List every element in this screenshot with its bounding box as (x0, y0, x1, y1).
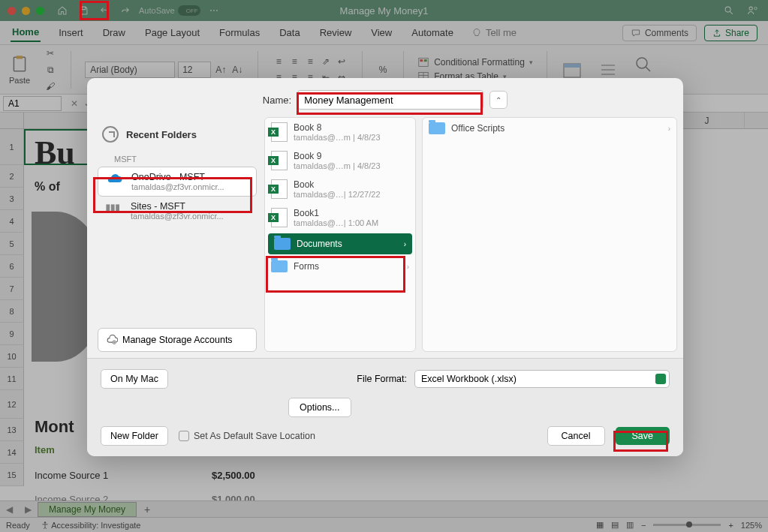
tell-me[interactable]: Tell me (471, 27, 517, 38)
file-format-select[interactable]: Excel Workbook (.xlsx) (414, 370, 670, 388)
save-button[interactable]: Save (616, 427, 670, 445)
tab-insert[interactable]: Insert (57, 24, 85, 41)
zoom-window-icon[interactable] (36, 7, 44, 15)
increase-font-icon[interactable]: A↑ (214, 63, 227, 77)
row-12[interactable]: 12 (0, 390, 24, 419)
default-location-checkbox[interactable]: Set As Default Save Location (179, 431, 315, 441)
row-3[interactable]: 3 (0, 188, 24, 210)
location-onedrive[interactable]: OneDrive - MSFT tamaldas@zf3vr.onmicr... (98, 167, 257, 197)
tab-formulas[interactable]: Formulas (218, 24, 261, 41)
file-item[interactable]: Book 9tamaldas@…m | 4/8/23 (265, 146, 415, 175)
row-9[interactable]: 9 (0, 323, 24, 345)
conditional-formatting-button[interactable]: Conditional Formatting ▾ (417, 57, 533, 68)
expand-dialog-icon[interactable]: ⌃ (489, 91, 507, 109)
row-15[interactable]: 15 (0, 464, 24, 486)
svg-point-12 (44, 521, 46, 523)
paste-group[interactable]: Paste (9, 54, 30, 85)
svg-point-0 (725, 7, 730, 12)
search-icon[interactable] (721, 3, 736, 18)
tab-page-layout[interactable]: Page Layout (143, 24, 201, 41)
minimize-window-icon[interactable] (22, 7, 30, 15)
checkbox-icon (179, 431, 189, 441)
file-item[interactable]: Book 8tamaldas@…m | 4/8/23 (265, 118, 415, 146)
row-8[interactable]: 8 (0, 300, 24, 323)
zoom-level[interactable]: 125% (741, 521, 762, 530)
comments-button[interactable]: Comments (622, 25, 697, 41)
tab-review[interactable]: Review (318, 24, 354, 41)
file-item[interactable]: Book1tamaldas@…| 1:00 AM (265, 203, 415, 232)
copy-icon[interactable]: ⧉ (44, 63, 57, 77)
view-normal-icon[interactable]: ▦ (596, 520, 604, 530)
recent-folders[interactable]: Recent Folders (98, 120, 257, 149)
new-folder-button[interactable]: New Folder (101, 426, 168, 446)
default-location-label: Set As Default Save Location (194, 431, 315, 441)
align-middle-icon[interactable]: ≡ (288, 55, 301, 68)
view-page-break-icon[interactable]: ▥ (626, 520, 634, 530)
manage-storage-label: Manage Storage Accounts (122, 335, 233, 345)
pct-label: % of (35, 180, 60, 194)
row-11[interactable]: 11 (0, 368, 24, 390)
location-sites[interactable]: Sites - MSFT tamaldas@zf3vr.onmicr... (98, 197, 257, 225)
save-icon[interactable] (76, 3, 91, 18)
cancel-formula-icon[interactable]: ✕ (71, 98, 78, 109)
add-sheet-icon[interactable]: + (137, 503, 158, 515)
folder-forms[interactable]: Forms › (265, 256, 415, 277)
wrap-icon[interactable]: ↩ (335, 55, 348, 68)
row-5[interactable]: 5 (0, 233, 24, 255)
row-6[interactable]: 6 (0, 255, 24, 278)
row-1[interactable]: 1 (0, 129, 24, 165)
zoom-slider[interactable] (653, 524, 721, 526)
row-4[interactable]: 4 (0, 210, 24, 233)
name-box[interactable]: A1 (3, 96, 62, 111)
close-window-icon[interactable] (8, 7, 16, 15)
align-bottom-icon[interactable]: ≡ (303, 55, 317, 68)
zoom-in-icon[interactable]: + (728, 521, 733, 530)
manage-storage-button[interactable]: Manage Storage Accounts (98, 328, 257, 352)
row-7[interactable]: 7 (0, 278, 24, 300)
filename-input[interactable] (297, 90, 483, 110)
row-13[interactable]: 13 (0, 419, 24, 441)
folder-documents[interactable]: Documents › (268, 233, 412, 254)
sheet-nav-prev-icon[interactable]: ◀ (0, 504, 19, 515)
home-icon[interactable] (55, 3, 70, 18)
view-page-layout-icon[interactable]: ▤ (611, 520, 619, 530)
insert-cells-icon[interactable] (561, 59, 583, 80)
sheet-tab-active[interactable]: Manage My Money (38, 502, 137, 517)
row-14[interactable]: 14 (0, 441, 24, 464)
undo-icon[interactable] (97, 3, 112, 18)
monthly-heading: Mont (35, 417, 74, 437)
presence-icon[interactable] (745, 3, 760, 18)
autosave-toggle[interactable]: AutoSave OFF (139, 5, 200, 16)
redo-icon[interactable] (118, 3, 133, 18)
row-10[interactable]: 10 (0, 345, 24, 368)
decrease-font-icon[interactable]: A↓ (230, 63, 244, 77)
row-2[interactable]: 2 (0, 165, 24, 188)
percent-icon[interactable]: % (376, 63, 390, 77)
tab-view[interactable]: View (369, 24, 393, 41)
format-painter-icon[interactable]: 🖌 (44, 80, 57, 93)
align-top-icon[interactable]: ≡ (272, 55, 285, 68)
svg-rect-15 (116, 204, 119, 212)
overflow-icon[interactable]: ⋯ (206, 3, 221, 18)
font-name-select[interactable]: Arial (Body) (85, 62, 175, 78)
tab-automate[interactable]: Automate (410, 24, 455, 41)
tab-home[interactable]: Home (11, 23, 41, 42)
folder-office-scripts[interactable]: Office Scripts › (423, 118, 676, 139)
excel-file-icon (271, 179, 288, 199)
zoom-out-icon[interactable]: − (641, 521, 646, 530)
editing-icon[interactable] (597, 59, 619, 80)
cut-icon[interactable]: ✂ (44, 47, 57, 60)
tab-data[interactable]: Data (278, 24, 301, 41)
sheet-nav-next-icon[interactable]: ▶ (19, 504, 38, 515)
cancel-button[interactable]: Cancel (547, 426, 605, 446)
orientation-icon[interactable]: ⇗ (319, 55, 333, 68)
accessibility-status[interactable]: Accessibility: Investigate (41, 521, 141, 530)
file-item[interactable]: Booktamaldas@…| 12/27/22 (265, 175, 415, 203)
ribbon-tabs: Home Insert Draw Page Layout Formulas Da… (0, 21, 768, 45)
share-button[interactable]: Share (704, 25, 757, 41)
font-size-select[interactable]: 12 (178, 62, 211, 78)
tab-draw[interactable]: Draw (101, 24, 127, 41)
on-my-mac-button[interactable]: On My Mac (101, 369, 168, 389)
recent-folders-label: Recent Folders (126, 129, 197, 140)
options-button[interactable]: Options... (288, 398, 351, 417)
